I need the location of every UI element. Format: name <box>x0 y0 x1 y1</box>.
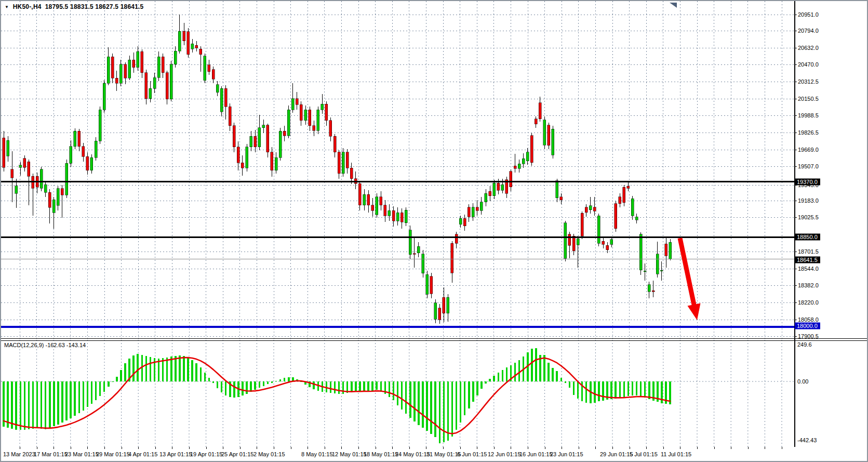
candle-body <box>560 197 563 200</box>
symbol-period-label: HK50-,H4 <box>13 3 42 10</box>
ohlc-high: 18831.5 <box>70 3 94 10</box>
price-axis-label: 20312.5 <box>798 78 819 85</box>
ohlc-open: 18795.5 <box>45 3 69 10</box>
candle-body <box>388 210 391 216</box>
time-tick <box>104 447 105 449</box>
candle-body <box>70 147 72 164</box>
candle-body <box>396 213 399 221</box>
candle-body <box>639 234 642 270</box>
candle-body <box>313 126 315 130</box>
candle-body <box>367 194 370 205</box>
candle-body <box>153 77 156 88</box>
time-tick <box>20 447 20 449</box>
candle-body <box>296 99 298 104</box>
candle-body <box>447 297 449 313</box>
candle-body <box>539 103 541 119</box>
candle-body <box>329 121 332 137</box>
candle-body <box>321 104 324 110</box>
pane-separator[interactable] <box>1 338 868 339</box>
candle-body <box>644 271 646 272</box>
symbol-dropdown-icon[interactable]: ▼ <box>5 5 9 9</box>
candle-body <box>115 78 118 83</box>
macd-histogram <box>4 348 670 443</box>
time-tick <box>714 447 715 449</box>
candle-body <box>52 200 55 213</box>
candle-body <box>572 236 575 251</box>
candle-body <box>610 240 613 245</box>
price-tick <box>794 15 797 15</box>
candle-body <box>309 110 311 126</box>
price-axis-label: 19826.5 <box>798 129 819 136</box>
candle-body <box>7 140 9 156</box>
candle-body <box>455 234 458 243</box>
candle-body <box>463 218 466 226</box>
time-axis-label: 5 Jul 01:15 <box>630 451 658 457</box>
macd-signal-line <box>4 358 670 433</box>
candle-body <box>258 128 261 147</box>
candle-body <box>518 164 520 168</box>
time-tick <box>409 447 410 449</box>
candle-body <box>229 107 231 126</box>
chart-title: ▼ HK50-,H4 18795.5 18831.5 18627.5 18641… <box>5 3 143 10</box>
candlestick-chart[interactable] <box>1 1 794 339</box>
time-tick <box>630 447 630 449</box>
candle-body <box>183 31 185 41</box>
time-axis-label: 23 Mar 01:15 <box>65 451 99 457</box>
candle-body <box>174 51 177 64</box>
time-axis-label: 13 Mar 2023 <box>3 451 35 457</box>
price-axis-label: 19507.0 <box>798 163 819 169</box>
candle-body <box>137 51 139 68</box>
time-tick <box>71 447 71 449</box>
candle-body <box>19 165 22 168</box>
candle-body <box>86 156 89 170</box>
candle-body <box>514 166 516 168</box>
macd-axis-label: 0.00 <box>797 378 808 385</box>
candle-body <box>187 32 190 55</box>
candle-body <box>476 207 478 210</box>
macd-indicator-pane[interactable] <box>1 340 794 447</box>
price-axis-label: 17900.5 <box>798 333 819 339</box>
time-tick <box>274 447 274 449</box>
candle-body <box>422 254 424 273</box>
candle-body <box>82 147 85 156</box>
time-axis-label: 4 Apr 01:15 <box>128 451 157 457</box>
candle-body <box>208 65 210 72</box>
price-axis-label: 18544.0 <box>798 266 819 272</box>
time-tick <box>291 447 291 449</box>
candle-body <box>149 88 152 98</box>
time-tick <box>206 447 207 449</box>
candle-body <box>279 131 282 157</box>
candle-body <box>619 197 621 204</box>
candle-body <box>220 88 223 112</box>
candle-body <box>426 274 429 294</box>
candle-body <box>271 152 273 170</box>
candle-body <box>237 147 239 163</box>
time-tick <box>257 447 257 449</box>
macd-indicator-label: MACD(12,26,9) -162.63 -143.14 <box>4 342 86 348</box>
time-tick <box>240 447 241 449</box>
candle-body <box>111 57 114 78</box>
candle-body <box>568 234 571 246</box>
candle-body <box>468 207 470 217</box>
candle-body <box>40 169 43 189</box>
price-tick <box>794 31 797 31</box>
candle-body <box>443 297 445 313</box>
price-tick <box>794 64 797 65</box>
time-axis[interactable]: 13 Mar 202317 Mar 01:1523 Mar 01:1529 Ma… <box>1 447 868 462</box>
candle-body <box>660 270 663 271</box>
price-axis-label: 20794.0 <box>798 28 819 34</box>
time-axis-label: 12 May 01:15 <box>332 451 367 457</box>
bar-shift-marker-icon[interactable] <box>669 2 677 8</box>
price-tick <box>794 115 797 116</box>
candle-body <box>166 73 168 99</box>
time-tick <box>376 447 376 449</box>
candle-body <box>132 60 135 67</box>
candle-body <box>581 213 583 236</box>
time-axis-label: 2 May 01:15 <box>253 451 285 457</box>
time-tick <box>782 447 782 449</box>
time-tick <box>358 447 359 449</box>
price-axis-border <box>794 1 795 447</box>
candle-body <box>438 308 441 320</box>
candle-body <box>430 276 433 294</box>
candle-body <box>530 136 533 163</box>
